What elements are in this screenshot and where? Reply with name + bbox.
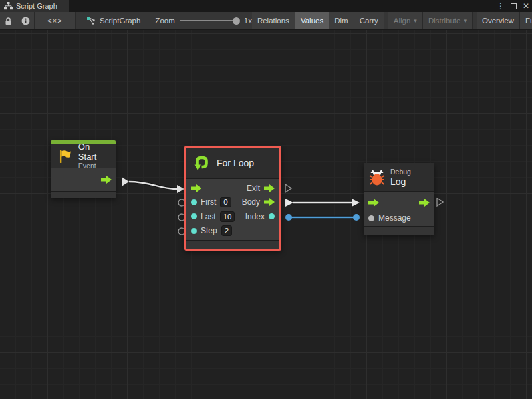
chevron-down-icon: ▾ bbox=[414, 17, 417, 24]
unconnected-port-triangle-exit[interactable] bbox=[285, 184, 291, 192]
port-label-exit: Exit bbox=[247, 184, 260, 193]
info-button[interactable] bbox=[17, 12, 35, 29]
relations-button[interactable]: Relations bbox=[252, 12, 295, 29]
overview-button[interactable]: Overview bbox=[477, 12, 520, 29]
more-icon[interactable]: ⋮ bbox=[497, 0, 505, 12]
code-toggle-icon: <×> bbox=[47, 17, 62, 25]
graph-toolbar: <×> ScriptGraph Zoom 1x Relations Values… bbox=[0, 12, 532, 30]
unconnected-port-triangle-log-out[interactable] bbox=[437, 198, 443, 206]
lock-icon bbox=[5, 17, 12, 25]
port-label-last: Last bbox=[201, 212, 216, 221]
wire-onstart-to-forloop[interactable] bbox=[122, 177, 184, 193]
loop-icon bbox=[192, 153, 211, 173]
port-label-step: Step bbox=[201, 226, 217, 235]
hierarchy-icon bbox=[4, 2, 13, 10]
port-label-body: Body bbox=[242, 198, 260, 207]
flow-in-port-arrow[interactable] bbox=[368, 199, 379, 207]
graph-canvas[interactable]: On Start Event For Loop bbox=[0, 30, 532, 399]
last-port-dot[interactable] bbox=[191, 213, 197, 219]
lock-button[interactable] bbox=[0, 12, 17, 29]
node-on-start[interactable]: On Start Event bbox=[51, 140, 116, 198]
tab-script-graph[interactable]: Script Graph bbox=[0, 0, 69, 12]
align-dropdown[interactable]: Align ▾ bbox=[388, 12, 423, 29]
graph-asset-icon bbox=[86, 16, 96, 25]
values-button[interactable]: Values bbox=[295, 12, 329, 29]
index-port-dot[interactable] bbox=[269, 213, 275, 219]
wire-body-to-log[interactable] bbox=[285, 199, 360, 207]
port-label-first: First bbox=[201, 198, 216, 207]
tab-title: Script Graph bbox=[16, 2, 57, 10]
node-title: For Loop bbox=[217, 158, 254, 168]
flow-out-port-arrow[interactable] bbox=[419, 199, 430, 207]
exit-port-arrow[interactable] bbox=[264, 184, 275, 192]
code-preview-button[interactable]: <×> bbox=[35, 12, 76, 29]
zoom-slider-knob[interactable] bbox=[233, 17, 240, 25]
node-title: Log bbox=[390, 176, 411, 187]
port-label-message: Message bbox=[378, 213, 411, 223]
node-debug-log[interactable]: Debug Log bbox=[364, 163, 434, 235]
flag-icon bbox=[56, 148, 73, 165]
wire-index-to-message[interactable] bbox=[285, 214, 360, 221]
step-value-field[interactable]: 2 bbox=[221, 225, 232, 236]
node-surtitle: Debug bbox=[390, 168, 411, 176]
body-port-arrow[interactable] bbox=[264, 198, 275, 206]
close-icon[interactable]: ✕ bbox=[523, 0, 529, 12]
zoom-value: 1x bbox=[244, 17, 252, 25]
message-port-dot[interactable] bbox=[368, 215, 374, 221]
info-icon bbox=[21, 17, 30, 25]
first-port-dot[interactable] bbox=[191, 200, 197, 205]
first-value-field[interactable]: 0 bbox=[220, 197, 231, 207]
zoom-slider[interactable] bbox=[180, 20, 239, 21]
maximize-icon[interactable] bbox=[511, 3, 517, 9]
dim-button[interactable]: Dim bbox=[329, 12, 354, 29]
breadcrumb-graph[interactable]: ScriptGraph bbox=[86, 12, 140, 29]
title-bar: Script Graph ⋮ ✕ bbox=[0, 0, 532, 12]
flow-out-port-arrow[interactable] bbox=[101, 176, 112, 184]
node-title: On Start bbox=[78, 142, 110, 162]
zoom-label: Zoom bbox=[155, 17, 174, 25]
last-value-field[interactable]: 10 bbox=[220, 211, 235, 222]
chevron-down-icon: ▾ bbox=[464, 17, 467, 24]
port-label-index: Index bbox=[245, 212, 265, 221]
distribute-dropdown[interactable]: Distribute ▾ bbox=[423, 12, 473, 29]
carry-button[interactable]: Carry bbox=[354, 12, 384, 29]
bug-icon bbox=[369, 168, 385, 186]
script-graph-window: Script Graph ⋮ ✕ bbox=[0, 0, 532, 399]
flow-in-port-arrow[interactable] bbox=[191, 184, 201, 192]
graph-name: ScriptGraph bbox=[100, 17, 140, 25]
node-for-loop[interactable]: For Loop Exit bbox=[184, 146, 281, 251]
step-port-dot[interactable] bbox=[191, 228, 197, 234]
full-screen-button[interactable]: Full Screen bbox=[520, 12, 532, 29]
